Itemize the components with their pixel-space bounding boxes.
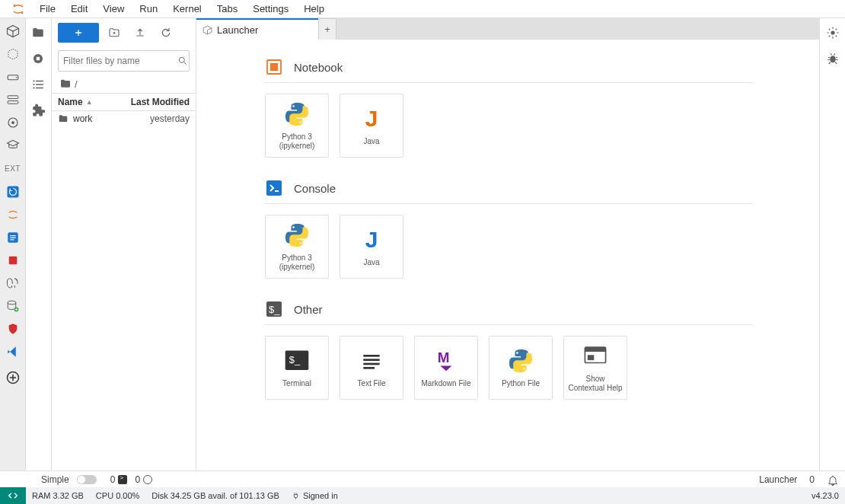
menu-settings[interactable]: Settings — [245, 0, 296, 18]
card-contextual-help[interactable]: Show Contextual Help — [563, 336, 627, 400]
folder-icon — [58, 113, 69, 124]
database-add-icon[interactable] — [5, 298, 21, 314]
markdown-icon: M — [432, 347, 460, 375]
footer-signed[interactable]: Signed in — [285, 491, 344, 500]
console-section-icon — [265, 179, 283, 197]
col-name-header[interactable]: Name ▲ — [52, 94, 125, 110]
sort-asc-icon: ▲ — [86, 98, 93, 106]
toc-tab-icon[interactable] — [31, 78, 46, 93]
pdf-icon[interactable] — [5, 252, 21, 269]
jupyter-ext-icon[interactable] — [5, 206, 21, 223]
svg-rect-20 — [33, 81, 34, 82]
cube-outline-icon[interactable] — [5, 46, 21, 62]
menu-file[interactable]: File — [32, 0, 63, 18]
svg-point-49 — [830, 56, 836, 62]
running-tab-icon[interactable] — [31, 52, 46, 67]
refresh-square-icon[interactable] — [5, 183, 21, 200]
target-icon[interactable] — [5, 114, 21, 131]
svg-point-30 — [299, 121, 301, 123]
card-label: Show Contextual Help — [567, 375, 623, 393]
kernels-count[interactable]: 0 — [135, 474, 152, 485]
footer-cpu[interactable]: CPU 0.00% — [90, 491, 145, 500]
svg-rect-25 — [36, 88, 43, 89]
drive-icon[interactable] — [5, 69, 21, 85]
menu-view[interactable]: View — [95, 0, 132, 18]
card-markdown[interactable]: M Markdown File — [414, 336, 478, 400]
upload-icon[interactable] — [134, 27, 146, 39]
doc-icon[interactable] — [5, 229, 21, 246]
activity-bar: EXT — [0, 18, 26, 471]
file-modified: yesterday — [150, 113, 190, 124]
svg-point-1 — [21, 12, 23, 14]
section-console: Console Python 3 (ipykernel) J Java — [265, 179, 752, 279]
kernel-status-icon — [143, 475, 152, 484]
debugger-icon[interactable] — [826, 52, 840, 65]
shield-icon[interactable] — [5, 321, 21, 337]
card-textfile[interactable]: Text File — [340, 336, 403, 400]
extensions-tab-icon[interactable] — [31, 104, 46, 119]
file-filter[interactable] — [58, 50, 190, 72]
svg-point-29 — [292, 105, 295, 107]
content-area: Launcher + Notebook P — [196, 18, 819, 471]
property-inspector-icon[interactable] — [826, 26, 840, 40]
menu-tabs[interactable]: Tabs — [209, 0, 245, 18]
storage-icon[interactable] — [5, 91, 21, 108]
add-circle-icon[interactable] — [5, 369, 21, 386]
card-notebook-java[interactable]: J Java — [340, 94, 403, 158]
card-pythonfile[interactable]: Python File — [489, 336, 553, 400]
svg-rect-24 — [33, 88, 34, 89]
card-label: Python File — [502, 379, 540, 388]
new-launcher-button[interactable] — [58, 23, 99, 43]
svg-point-8 — [11, 121, 14, 124]
java-icon: J — [358, 226, 385, 254]
svg-rect-23 — [36, 84, 43, 85]
menu-bar: File Edit View Run Kernel Tabs Settings … — [0, 0, 845, 18]
section-title: Console — [294, 182, 336, 195]
folder-tab-icon[interactable] — [31, 26, 46, 41]
plug-icon — [292, 492, 300, 500]
menu-edit[interactable]: Edit — [63, 0, 95, 18]
footer-ram[interactable]: RAM 3.32 GB — [26, 491, 90, 500]
svg-rect-28 — [270, 63, 278, 71]
menu-help[interactable]: Help — [296, 0, 332, 18]
education-icon[interactable] — [5, 137, 21, 154]
menu-kernel[interactable]: Kernel — [165, 0, 209, 18]
breadcrumb-path: / — [75, 78, 78, 90]
box-icon[interactable] — [5, 23, 21, 40]
card-label: Terminal — [282, 379, 311, 388]
footer-disk[interactable]: Disk 34.25 GB avail. of 101.13 GB — [145, 491, 285, 500]
new-folder-icon[interactable] — [108, 27, 120, 39]
breadcrumb[interactable]: / — [52, 75, 196, 93]
new-tab-button[interactable]: + — [318, 18, 336, 40]
card-console-python3[interactable]: Python 3 (ipykernel) — [265, 215, 329, 279]
status-launcher-label[interactable]: Launcher — [759, 474, 797, 485]
section-other: $_ Other $_ Terminal Text File — [265, 300, 752, 400]
menu-run[interactable]: Run — [132, 0, 165, 18]
tab-label: Launcher — [217, 24, 258, 36]
svg-point-44 — [523, 368, 525, 370]
textfile-icon — [358, 347, 385, 375]
terminals-count[interactable]: 0 — [110, 474, 128, 485]
elephant-icon[interactable] — [5, 275, 21, 292]
simple-toggle[interactable] — [77, 475, 97, 484]
col-modified-header[interactable]: Last Modified — [125, 94, 196, 110]
card-terminal[interactable]: $_ Terminal — [265, 336, 329, 400]
footer-version[interactable]: v4.23.0 — [805, 491, 845, 500]
card-console-java[interactable]: J Java — [340, 215, 403, 279]
file-filter-input[interactable] — [63, 56, 177, 66]
tab-launcher[interactable]: Launcher — [196, 18, 318, 40]
svg-rect-11 — [10, 235, 16, 236]
bell-icon[interactable] — [827, 474, 837, 485]
vscode-icon[interactable] — [5, 343, 21, 360]
card-label: Markdown File — [421, 379, 470, 388]
svg-rect-22 — [33, 84, 34, 85]
card-notebook-python3[interactable]: Python 3 (ipykernel) — [265, 94, 329, 158]
remote-indicator[interactable] — [0, 487, 26, 504]
python-icon — [283, 222, 311, 249]
file-list-header: Name ▲ Last Modified — [52, 93, 196, 111]
svg-text:$_: $_ — [269, 304, 280, 315]
file-row[interactable]: work yesterday — [52, 111, 196, 126]
refresh-icon[interactable] — [160, 27, 172, 39]
svg-text:$_: $_ — [289, 354, 301, 365]
jupyter-logo-icon — [11, 2, 26, 17]
